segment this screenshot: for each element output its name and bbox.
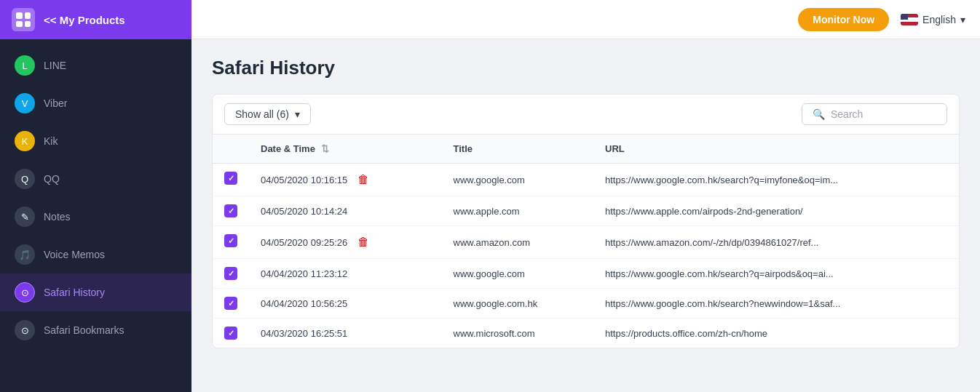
datetime-value: 04/03/2020 16:25:51 (261, 328, 347, 339)
history-table: Date & Time ⇅ Title URL 04/05/2020 10:16… (213, 135, 959, 348)
sidebar-item-line[interactable]: L LINE (0, 47, 191, 84)
url-cell: https://www.google.com.hk/search?q=imyfo… (593, 164, 959, 196)
checkbox-cell (213, 289, 249, 318)
col-datetime: Date & Time ⇅ (249, 135, 442, 164)
table-row: 04/04/2020 10:56:25www.google.com.hkhttp… (213, 289, 959, 319)
table-row: 04/05/2020 10:16:15🗑www.google.comhttps:… (213, 164, 959, 196)
app-logo (12, 8, 35, 31)
datetime-cell: 04/04/2020 10:56:25 (249, 289, 442, 319)
col-url: URL (593, 135, 959, 164)
main-content: Monitor Now English ▾ Safari History Sho… (191, 0, 980, 392)
sidebar-item-viber[interactable]: V Viber (0, 84, 191, 122)
sidebar-item-kik[interactable]: K Kik (0, 122, 191, 160)
title-cell: www.apple.com (442, 196, 594, 226)
sidebar-item-safari-history[interactable]: ⊙ Safari History (0, 273, 191, 311)
col-checkbox (213, 135, 249, 164)
row-checkbox[interactable] (224, 172, 237, 185)
table-row: 04/05/2020 10:14:24www.apple.comhttps://… (213, 196, 959, 226)
col-title: Title (442, 135, 594, 164)
show-all-dropdown[interactable]: Show all (6) ▾ (224, 103, 311, 125)
table-row: 04/03/2020 16:25:51www.microsoft.comhttp… (213, 319, 959, 348)
delete-button[interactable]: 🗑 (353, 172, 374, 188)
row-checkbox[interactable] (224, 297, 237, 310)
title-cell: www.google.com (442, 164, 594, 196)
sort-icon: ⇅ (321, 143, 329, 154)
title-cell: www.google.com.hk (442, 289, 594, 319)
sidebar-nav: L LINE V Viber K Kik Q QQ ✎ Notes 🎵 Voic… (0, 39, 191, 392)
sidebar-header: << My Products (0, 0, 191, 39)
sidebar-item-label: Kik (44, 135, 58, 147)
datetime-value: 04/05/2020 10:14:24 (261, 206, 347, 217)
voice-memos-icon: 🎵 (15, 244, 35, 265)
row-checkbox[interactable] (224, 204, 237, 217)
sidebar-item-safari-bookmarks[interactable]: ⊙ Safari Bookmarks (0, 311, 191, 349)
checkbox-cell (213, 319, 249, 348)
sidebar-title: << My Products (44, 14, 125, 26)
qq-icon: Q (15, 169, 35, 189)
search-icon: 🔍 (813, 108, 825, 120)
chevron-down-icon: ▾ (295, 108, 300, 120)
checkbox-cell (213, 259, 249, 288)
delete-button[interactable]: 🗑 (353, 234, 374, 250)
row-checkbox[interactable] (224, 234, 237, 247)
search-placeholder: Search (831, 108, 863, 120)
datetime-value: 04/04/2020 10:56:25 (261, 298, 347, 309)
chevron-down-icon: ▾ (960, 14, 965, 25)
sidebar-item-qq[interactable]: Q QQ (0, 160, 191, 198)
url-cell: https://products.office.com/zh-cn/home (593, 319, 959, 348)
sidebar-item-label: Notes (44, 211, 71, 223)
sidebar-item-voice-memos[interactable]: 🎵 Voice Memos (0, 236, 191, 273)
safari-history-icon: ⊙ (15, 282, 35, 303)
url-cell: https://www.google.com.hk/search?newwind… (593, 289, 959, 319)
datetime-value: 04/05/2020 10:16:15 (261, 175, 347, 185)
table-row: 04/05/2020 09:25:26🗑www.amazon.comhttps:… (213, 226, 959, 259)
table-container: Show all (6) ▾ 🔍 Search Date & Time ⇅ (212, 94, 960, 348)
topbar: Monitor Now English ▾ (191, 0, 980, 39)
line-icon: L (15, 55, 35, 76)
viber-icon: V (15, 93, 35, 113)
sidebar-item-label: Safari History (44, 287, 105, 298)
checkbox-cell (213, 196, 249, 225)
kik-icon: K (15, 131, 35, 151)
url-cell: https://www.amazon.com/-/zh/dp/039486102… (593, 226, 959, 259)
checkbox-cell (213, 164, 249, 193)
sidebar-item-label: QQ (44, 173, 60, 185)
row-checkbox[interactable] (224, 267, 237, 280)
datetime-cell: 04/04/2020 11:23:12 (249, 259, 442, 289)
language-label: English (922, 14, 956, 25)
table-toolbar: Show all (6) ▾ 🔍 Search (213, 95, 959, 135)
flag-icon (901, 14, 918, 25)
table-body: 04/05/2020 10:16:15🗑www.google.comhttps:… (213, 164, 959, 348)
sidebar-item-label: Safari Bookmarks (44, 324, 124, 336)
url-cell: https://www.google.com.hk/search?q=airpo… (593, 259, 959, 289)
datetime-cell: 04/05/2020 09:25:26🗑 (249, 226, 442, 259)
language-selector[interactable]: English ▾ (901, 14, 965, 25)
datetime-cell: 04/03/2020 16:25:51 (249, 319, 442, 348)
sidebar-item-notes[interactable]: ✎ Notes (0, 198, 191, 236)
datetime-cell: 04/05/2020 10:16:15🗑 (249, 164, 442, 196)
datetime-value: 04/04/2020 11:23:12 (261, 268, 347, 279)
table-header-row: Date & Time ⇅ Title URL (213, 135, 959, 164)
monitor-now-button[interactable]: Monitor Now (798, 8, 889, 31)
sidebar-item-label: Viber (44, 97, 67, 109)
search-box[interactable]: 🔍 Search (802, 103, 947, 125)
sidebar-item-label: LINE (44, 60, 66, 71)
table-row: 04/04/2020 11:23:12www.google.comhttps:/… (213, 259, 959, 289)
url-cell: https://www.apple.com/airpods-2nd-genera… (593, 196, 959, 226)
title-cell: www.microsoft.com (442, 319, 594, 348)
show-all-label: Show all (6) (235, 108, 289, 120)
datetime-cell: 04/05/2020 10:14:24 (249, 196, 442, 226)
sidebar: << My Products L LINE V Viber K Kik Q QQ… (0, 0, 191, 392)
checkbox-cell (213, 226, 249, 255)
page-title: Safari History (212, 57, 960, 79)
safari-bookmarks-icon: ⊙ (15, 320, 35, 340)
notes-icon: ✎ (15, 207, 35, 227)
title-cell: www.amazon.com (442, 226, 594, 259)
sidebar-item-label: Voice Memos (44, 249, 105, 260)
datetime-value: 04/05/2020 09:25:26 (261, 237, 347, 248)
page-content: Safari History Show all (6) ▾ 🔍 Search (191, 39, 980, 392)
title-cell: www.google.com (442, 259, 594, 289)
row-checkbox[interactable] (224, 327, 237, 340)
